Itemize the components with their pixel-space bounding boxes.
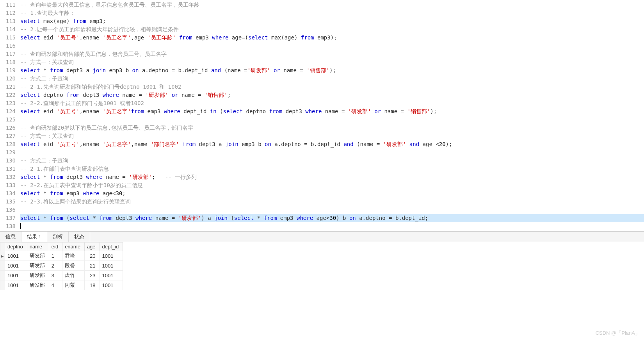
code-line[interactable]: 132select * from dept3 where name = '研发部… [0, 173, 644, 181]
column-header[interactable]: age [84, 243, 100, 251]
cell[interactable]: 段誉 [62, 261, 85, 271]
code-line[interactable]: 115select eid '员工号',ename '员工名字',age '员工… [0, 34, 644, 42]
cell[interactable]: 1001 [100, 261, 123, 271]
code-line[interactable]: 116 [0, 42, 644, 50]
line-number: 138 [0, 222, 20, 230]
cell[interactable]: 研发部 [27, 251, 49, 261]
code-line[interactable]: 118-- 方式一：关联查询 [0, 58, 644, 66]
code-line[interactable]: 124select eid '员工号',ename '员工名字'from emp… [0, 107, 644, 116]
code-line[interactable]: 119select * from dept3 a join emp3 b on … [0, 66, 644, 75]
code-line[interactable]: 131-- 2-1.在部门表中查询研发部信息 [0, 165, 644, 173]
cell[interactable]: 1001 [100, 251, 123, 261]
code-content[interactable]: -- 方式二：子查询 [20, 157, 644, 165]
column-header[interactable]: ename [62, 243, 85, 251]
cell[interactable]: 研发部 [27, 271, 49, 280]
result-grid[interactable]: deptnonameeidenameagedept_id▸1001研发部1乔峰2… [0, 242, 123, 290]
cell[interactable]: 1001 [5, 251, 27, 261]
code-line[interactable]: 128select eid '员工号',ename '员工名字',name '部… [0, 140, 644, 148]
code-content[interactable]: -- 2-1.先查询研发部和销售部的部门号deptno 1001 和 1002 [20, 83, 644, 91]
code-line[interactable]: 134select * from emp3 where age<30; [0, 189, 644, 198]
table-row[interactable]: 1001研发部2段誉211001 [0, 261, 123, 271]
cell[interactable]: 1 [49, 251, 62, 261]
code-content[interactable]: -- 查询年龄最大的员工信息，显示信息包含员工号、员工名字，员工年龄 [20, 1, 644, 9]
code-content[interactable]: -- 方式一：关联查询 [20, 58, 644, 66]
code-line[interactable]: 121-- 2-1.先查询研发部和销售部的部门号deptno 1001 和 10… [0, 83, 644, 91]
cell[interactable]: 4 [49, 280, 62, 290]
column-header[interactable]: dept_id [100, 243, 123, 251]
tab-2[interactable]: 剖析 [47, 232, 69, 242]
cell[interactable]: 1001 [100, 271, 123, 280]
cell[interactable]: 1001 [5, 261, 27, 271]
code-content[interactable]: -- 2-1.在部门表中查询研发部信息 [20, 165, 644, 173]
code-line[interactable]: 111-- 查询年龄最大的员工信息，显示信息包含员工号、员工名字，员工年龄 [0, 1, 644, 9]
line-number: 131 [0, 165, 20, 173]
code-content[interactable]: -- 2-2.在员工表中查询年龄小于30岁的员工信息 [20, 181, 644, 189]
code-content[interactable]: select deptno from dept3 where name = '研… [20, 91, 644, 99]
table-row[interactable]: ▸1001研发部1乔峰201001 [0, 251, 123, 261]
tab-3[interactable]: 状态 [69, 232, 90, 242]
code-line[interactable]: 135-- 2-3.将以上两个结果的查询进行关联查询 [0, 198, 644, 206]
code-line[interactable]: 126-- 查询研发部20岁以下的员工信息,包括员工号、员工名字，部门名字 [0, 124, 644, 132]
code-content[interactable]: -- 2.让每一个员工的年龄和最大年龄进行比较，相等则满足条件 [20, 25, 644, 34]
code-line[interactable]: 112-- 1.查询最大年龄： [0, 9, 644, 17]
code-content[interactable]: -- 方式二：子查询 [20, 75, 644, 83]
cell[interactable]: 21 [84, 261, 100, 271]
line-number: 126 [0, 124, 20, 132]
code-content[interactable]: select * from emp3 where age<30; [20, 189, 644, 198]
code-content[interactable]: -- 2-3.将以上两个结果的查询进行关联查询 [20, 198, 644, 206]
cell[interactable]: 18 [84, 280, 100, 290]
code-content[interactable]: select * from dept3 where name = '研发部'; … [20, 173, 644, 181]
table-row[interactable]: 1001研发部3虚竹231001 [0, 271, 123, 280]
code-line[interactable]: 125 [0, 116, 644, 124]
code-line[interactable]: 117-- 查询研发部和销售部的员工信息，包含员工号、员工名字 [0, 50, 644, 58]
code-line[interactable]: 138 [0, 222, 644, 230]
code-content[interactable]: -- 1.查询最大年龄： [20, 9, 644, 17]
code-content[interactable] [20, 206, 644, 214]
cell[interactable]: 1001 [5, 271, 27, 280]
table-row[interactable]: 1001研发部4阿紫181001 [0, 280, 123, 290]
code-line[interactable]: 123-- 2-2.查询那个员工的部门号是1001 或者1002 [0, 99, 644, 107]
sql-editor[interactable]: 111-- 查询年龄最大的员工信息，显示信息包含员工号、员工名字，员工年龄112… [0, 0, 644, 231]
code-line[interactable]: 122select deptno from dept3 where name =… [0, 91, 644, 99]
cell[interactable]: 2 [49, 261, 62, 271]
cell[interactable]: 研发部 [27, 280, 49, 290]
code-content[interactable] [20, 42, 644, 50]
tab-1[interactable]: 结果 1 [21, 232, 47, 242]
cell[interactable]: 乔峰 [62, 251, 85, 261]
code-content[interactable]: select eid '员工号',ename '员工名字',age '员工年龄'… [20, 34, 644, 42]
code-content[interactable]: select eid '员工号',ename '员工名字',name '部门名字… [20, 140, 644, 148]
code-content[interactable]: -- 查询研发部和销售部的员工信息，包含员工号、员工名字 [20, 50, 644, 58]
cell[interactable]: 20 [84, 251, 100, 261]
cell[interactable]: 虚竹 [62, 271, 85, 280]
code-line[interactable]: 120-- 方式二：子查询 [0, 75, 644, 83]
cell[interactable]: 1001 [100, 280, 123, 290]
cell[interactable]: 23 [84, 271, 100, 280]
code-content[interactable] [20, 116, 644, 124]
code-line[interactable]: 113select max(age) from emp3; [0, 17, 644, 25]
cell[interactable]: 1001 [5, 280, 27, 290]
tab-0[interactable]: 信息 [0, 232, 21, 242]
code-line[interactable]: 137select * from (select * from dept3 wh… [0, 214, 644, 222]
code-content[interactable]: -- 方式一：关联查询 [20, 132, 644, 140]
code-content[interactable]: -- 2-2.查询那个员工的部门号是1001 或者1002 [20, 99, 644, 107]
code-content[interactable] [20, 148, 644, 157]
cell[interactable]: 3 [49, 271, 62, 280]
code-content[interactable]: select eid '员工号',ename '员工名字'from emp3 w… [20, 107, 644, 116]
code-content[interactable]: select * from (select * from dept3 where… [20, 214, 644, 222]
code-line[interactable]: 133-- 2-2.在员工表中查询年龄小于30岁的员工信息 [0, 181, 644, 189]
code-line[interactable]: 114-- 2.让每一个员工的年龄和最大年龄进行比较，相等则满足条件 [0, 25, 644, 34]
code-content[interactable]: select max(age) from emp3; [20, 17, 644, 25]
column-header[interactable]: name [27, 243, 49, 251]
cell[interactable]: 阿紫 [62, 280, 85, 290]
code-line[interactable]: 130-- 方式二：子查询 [0, 157, 644, 165]
column-header[interactable]: eid [49, 243, 62, 251]
code-content[interactable] [20, 222, 644, 230]
code-content[interactable]: -- 查询研发部20岁以下的员工信息,包括员工号、员工名字，部门名字 [20, 124, 644, 132]
code-line[interactable]: 129 [0, 148, 644, 157]
code-line[interactable]: 136 [0, 206, 644, 214]
code-line[interactable]: 127-- 方式一：关联查询 [0, 132, 644, 140]
cell[interactable]: 研发部 [27, 261, 49, 271]
code-content[interactable]: select * from dept3 a join emp3 b on a.d… [20, 66, 644, 75]
column-header[interactable]: deptno [5, 243, 27, 251]
row-marker [0, 280, 5, 290]
